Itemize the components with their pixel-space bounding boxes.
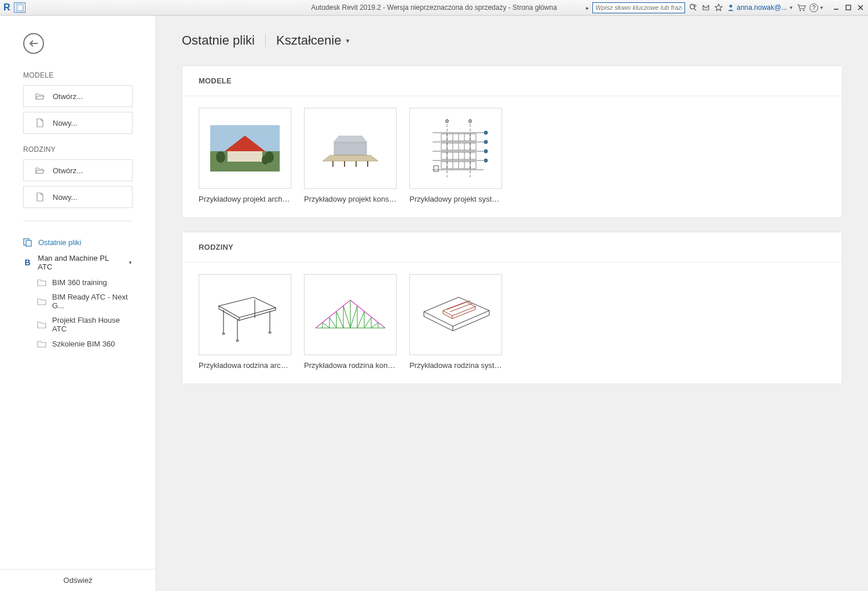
folder-icon bbox=[37, 278, 46, 287]
user-icon bbox=[727, 3, 735, 12]
family-card-label: Przykładowa rodzina archite... bbox=[199, 361, 291, 370]
chevron-down-icon: ▼ bbox=[128, 260, 133, 265]
svg-rect-2 bbox=[19, 4, 23, 6]
family-thumbnail bbox=[409, 274, 502, 355]
nav-recent-files[interactable]: Ostatnie pliki bbox=[23, 234, 133, 250]
refresh-label: Odśwież bbox=[64, 576, 93, 585]
nav-recent-label: Ostatnie pliki bbox=[38, 238, 81, 247]
svg-line-88 bbox=[357, 312, 364, 328]
svg-point-73 bbox=[269, 332, 271, 333]
panel-models: MODELE bbox=[182, 65, 843, 218]
home-page-icon bbox=[16, 3, 24, 12]
content-area: Ostatnie pliki Kształcenie ▼ MODELE bbox=[156, 16, 868, 591]
family-card[interactable]: Przykładowa rodzina archite... bbox=[199, 274, 291, 370]
minimize-button[interactable] bbox=[831, 2, 841, 13]
folder-open-icon bbox=[35, 92, 45, 101]
model-card-label: Przykładowy projekt konstru... bbox=[304, 195, 397, 203]
svg-marker-23 bbox=[333, 136, 368, 143]
back-button[interactable] bbox=[23, 33, 44, 54]
svg-line-93 bbox=[447, 301, 470, 309]
model-card-label: Przykładowy projekt system... bbox=[409, 195, 502, 203]
title-bar: R Autodesk Revit 2019.2 - Wersja nieprze… bbox=[0, 0, 868, 16]
svg-rect-1 bbox=[16, 4, 19, 11]
svg-point-39 bbox=[484, 149, 488, 153]
family-card-label: Przykładowa rodzina system... bbox=[409, 361, 502, 370]
search-input[interactable] bbox=[592, 2, 685, 13]
svg-point-7 bbox=[800, 10, 801, 11]
document-icon bbox=[35, 118, 45, 127]
svg-line-81 bbox=[336, 312, 343, 328]
nav-bim360[interactable]: B Man and Machine PL ATC ▼ bbox=[23, 250, 133, 275]
document-icon bbox=[35, 192, 45, 202]
svg-point-35 bbox=[484, 131, 488, 134]
svg-point-69 bbox=[222, 333, 225, 334]
svg-point-8 bbox=[803, 10, 804, 11]
svg-line-94 bbox=[450, 303, 473, 312]
communicate-icon[interactable] bbox=[701, 3, 710, 12]
open-model-button[interactable]: Otwórz... bbox=[23, 85, 133, 107]
refresh-button[interactable]: Odśwież bbox=[0, 569, 156, 591]
model-card[interactable]: Przykładowy projekt archite... bbox=[199, 108, 291, 203]
tree-item[interactable]: BIM Ready ATC - Next G... bbox=[23, 290, 133, 313]
tree-item[interactable]: BIM 360 training bbox=[23, 275, 133, 290]
panel-families: RODZINY bbox=[182, 232, 843, 384]
tree-item-label: BIM Ready ATC - Next G... bbox=[52, 293, 133, 310]
folder-icon bbox=[37, 297, 46, 306]
new-model-label: Nowy... bbox=[53, 119, 77, 127]
tree-item[interactable]: Szkolenie BIM 360 bbox=[23, 336, 133, 351]
chevron-down-icon: ▼ bbox=[789, 5, 793, 10]
tab-learning[interactable]: Kształcenie ▼ bbox=[276, 33, 350, 48]
content-header: Ostatnie pliki Kształcenie ▼ bbox=[182, 33, 843, 48]
app-logo: R bbox=[2, 2, 12, 13]
folder-open-icon bbox=[35, 166, 45, 175]
model-card[interactable]: Przykładowy projekt konstru... bbox=[304, 108, 397, 203]
user-label: anna.nowak@... bbox=[737, 3, 787, 12]
recent-files-icon bbox=[23, 238, 32, 247]
tree-item-label: Projekt Flash House ATC bbox=[52, 316, 133, 333]
window-title: Autodesk Revit 2019.2 - Wersja nieprzezn… bbox=[311, 3, 557, 12]
svg-point-71 bbox=[236, 340, 239, 341]
family-thumbnail bbox=[304, 274, 397, 355]
user-account-button[interactable]: anna.nowak@... ▼ bbox=[727, 3, 793, 12]
svg-line-86 bbox=[350, 306, 357, 328]
help-button[interactable]: ? ▼ bbox=[810, 3, 824, 12]
folder-icon bbox=[37, 339, 46, 348]
cart-icon[interactable] bbox=[797, 3, 806, 12]
tree-item-label: Szkolenie BIM 360 bbox=[52, 340, 115, 348]
open-family-label: Otwórz... bbox=[53, 166, 83, 175]
family-thumbnail bbox=[199, 274, 291, 355]
open-family-button[interactable]: Otwórz... bbox=[23, 159, 133, 181]
new-model-button[interactable]: Nowy... bbox=[23, 112, 133, 134]
favorite-icon[interactable] bbox=[714, 3, 723, 12]
new-family-label: Nowy... bbox=[53, 193, 77, 202]
svg-rect-15 bbox=[26, 240, 31, 246]
tab-recent-files[interactable]: Ostatnie pliki bbox=[182, 33, 255, 48]
maximize-button[interactable] bbox=[843, 2, 854, 13]
svg-point-6 bbox=[730, 5, 733, 8]
family-card[interactable]: Przykładowa rodzina konstr... bbox=[304, 274, 397, 370]
svg-rect-19 bbox=[228, 151, 262, 162]
close-button[interactable] bbox=[855, 2, 866, 13]
svg-point-22 bbox=[262, 155, 269, 165]
tree-item-label: BIM 360 training bbox=[52, 278, 107, 287]
chevron-down-icon: ▼ bbox=[345, 38, 350, 44]
svg-marker-25 bbox=[323, 155, 378, 161]
home-button[interactable] bbox=[14, 2, 25, 13]
bim360-icon: B bbox=[23, 258, 32, 267]
model-thumbnail bbox=[409, 108, 502, 189]
svg-rect-10 bbox=[846, 5, 851, 10]
panel-models-title: MODELE bbox=[182, 66, 842, 85]
new-family-button[interactable]: Nowy... bbox=[23, 186, 133, 208]
svg-point-20 bbox=[216, 151, 225, 163]
family-card[interactable]: Przykładowa rodzina system... bbox=[409, 274, 502, 370]
model-card[interactable]: Przykładowy projekt system... bbox=[409, 108, 502, 203]
svg-line-83 bbox=[343, 306, 350, 328]
tab-divider bbox=[265, 34, 266, 47]
open-model-label: Otwórz... bbox=[53, 92, 83, 101]
svg-line-77 bbox=[323, 323, 329, 328]
sidebar-section-models: MODELE bbox=[23, 71, 133, 79]
search-icon[interactable] bbox=[688, 3, 698, 12]
family-card-label: Przykładowa rodzina konstr... bbox=[304, 361, 397, 370]
folder-icon bbox=[37, 320, 46, 329]
tree-item[interactable]: Projekt Flash House ATC bbox=[23, 313, 133, 336]
